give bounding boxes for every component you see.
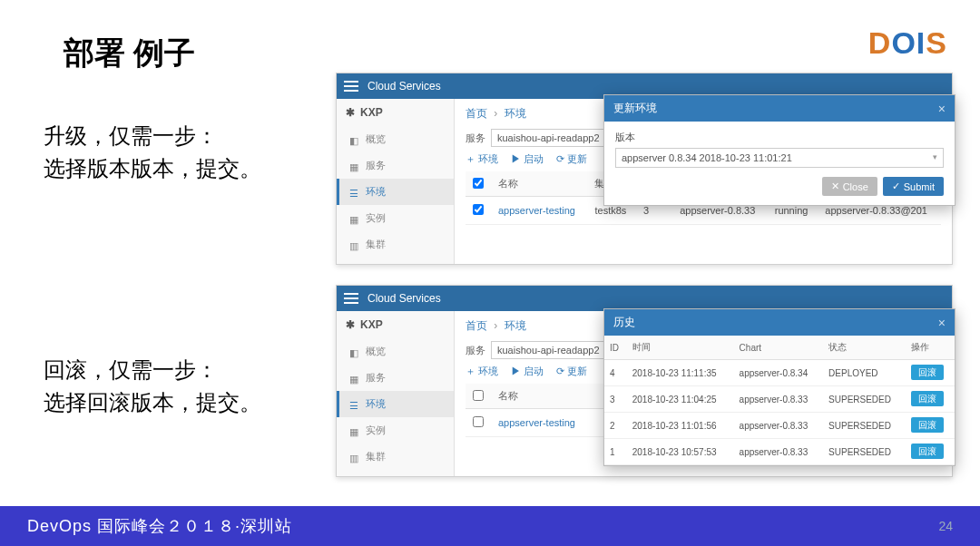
cell-chart: appserver-0.8.33	[734, 386, 823, 413]
sidebar-item-env[interactable]: ☰环境	[337, 391, 454, 417]
list-icon: ☰	[349, 400, 358, 409]
cell-status: DEPLOYED	[823, 360, 906, 386]
org-badge: ✱ KXP	[337, 99, 454, 126]
grid-icon: ▦	[349, 426, 358, 435]
breadcrumb-home[interactable]: 首页	[466, 319, 487, 332]
breadcrumb-sep: ›	[494, 107, 497, 120]
cell-time: 2018-10-23 11:11:35	[627, 360, 734, 386]
select-all-checkbox[interactable]	[473, 178, 484, 189]
refresh-button[interactable]: ⟳ 更新	[556, 152, 587, 166]
sidebar: ✱ KXP ◧概览 ▦服务 ☰环境 ▦实例 ▥集群	[337, 311, 455, 476]
menu-icon[interactable]	[344, 293, 358, 304]
service-select[interactable]: kuaishou-api-readapp2	[491, 129, 618, 147]
col-chart: Chart	[734, 336, 823, 360]
grid-icon: ▥	[349, 453, 358, 462]
caption-line: 选择版本版本，提交。	[44, 152, 261, 185]
close-button[interactable]: ✕ Close	[822, 177, 877, 196]
org-badge: ✱ KXP	[337, 311, 454, 338]
col-id: ID	[604, 336, 627, 360]
close-icon[interactable]: ×	[938, 316, 946, 330]
sidebar-item-instance[interactable]: ▦实例	[337, 205, 454, 231]
cell-name[interactable]: appserver-testing	[491, 197, 587, 225]
grid-icon: ▦	[349, 161, 358, 171]
cell-id: 4	[604, 360, 627, 386]
service-label: 服务	[466, 344, 485, 357]
history-table: ID 时间 Chart 状态 操作 42018-10-23 11:11:35ap…	[604, 336, 955, 465]
cell-chart: appserver-0.8.33	[734, 439, 823, 465]
cell-id: 3	[604, 386, 627, 413]
slide-footer: DevOps 国际峰会２０１８·深圳站 24	[0, 506, 980, 546]
rollback-button[interactable]: 回滚	[911, 391, 944, 406]
rollback-button[interactable]: 回滚	[911, 417, 944, 433]
close-icon[interactable]: ×	[938, 102, 946, 116]
caption-line: 选择回滚版本，提交。	[44, 386, 261, 419]
breadcrumb-sep: ›	[494, 319, 497, 332]
page-number: 24	[938, 519, 953, 533]
add-env-button[interactable]: ＋ 环境	[466, 365, 498, 378]
cell-time: 2018-10-23 10:57:53	[627, 439, 734, 465]
sidebar-item-service[interactable]: ▦服务	[337, 365, 454, 391]
cell-chart: appserver-0.8.34	[734, 360, 823, 386]
col-op: 操作	[906, 336, 955, 360]
version-select[interactable]: appserver 0.8.34 2018-10-23 11:01:21	[615, 148, 944, 168]
sidebar: ✱ KXP ◧概览 ▦服务 ☰环境 ▦实例 ▥集群	[337, 99, 455, 264]
sidebar-item-overview[interactable]: ◧概览	[337, 338, 454, 365]
submit-button[interactable]: ✓ Submit	[883, 177, 944, 196]
breadcrumb-env[interactable]: 环境	[505, 319, 526, 332]
sidebar-item-service[interactable]: ▦服务	[337, 152, 454, 179]
table-row: 42018-10-23 11:11:35appserver-0.8.34DEPL…	[604, 360, 955, 386]
sidebar-item-env[interactable]: ☰环境	[337, 179, 454, 205]
refresh-button[interactable]: ⟳ 更新	[556, 365, 587, 378]
dois-logo: DOIS	[868, 25, 947, 61]
table-header-row: ID 时间 Chart 状态 操作	[604, 336, 955, 360]
cell-status: SUPERSEDED	[823, 386, 906, 413]
start-button[interactable]: ▶ 启动	[511, 365, 544, 378]
row-checkbox[interactable]	[473, 416, 484, 427]
caption-line: 回滚，仅需一步：	[44, 354, 261, 386]
topbar: Cloud Services	[337, 286, 952, 311]
list-icon: ☰	[349, 188, 358, 197]
cell-status: SUPERSEDED	[823, 439, 906, 465]
breadcrumb-home[interactable]: 首页	[466, 107, 487, 120]
grid-icon: ▦	[349, 374, 358, 383]
update-env-modal: 更新环境 × 版本 appserver 0.8.34 2018-10-23 11…	[603, 94, 956, 206]
sidebar-item-overview[interactable]: ◧概览	[337, 126, 454, 152]
version-label: 版本	[615, 131, 944, 144]
cell-id: 2	[604, 413, 627, 439]
table-row: 32018-10-23 11:04:25appserver-0.8.33SUPE…	[604, 386, 955, 413]
table-row: 22018-10-23 11:01:56appserver-0.8.33SUPE…	[604, 413, 955, 439]
cell-status: SUPERSEDED	[823, 413, 906, 439]
table-row: 12018-10-23 10:57:53appserver-0.8.33SUPE…	[604, 439, 955, 465]
cell-time: 2018-10-23 11:01:56	[627, 413, 734, 439]
caption-rollback: 回滚，仅需一步： 选择回滚版本，提交。	[44, 354, 261, 419]
add-env-button[interactable]: ＋ 环境	[466, 152, 498, 166]
col-status: 状态	[823, 336, 906, 360]
start-button[interactable]: ▶ 启动	[511, 152, 544, 166]
col-time: 时间	[627, 336, 734, 360]
modal-title: 更新环境	[613, 101, 657, 116]
rollback-button[interactable]: 回滚	[911, 365, 944, 380]
footer-text: DevOps 国际峰会２０１８·深圳站	[27, 515, 292, 537]
sidebar-item-cluster[interactable]: ▥集群	[337, 444, 454, 470]
sidebar-item-instance[interactable]: ▦实例	[337, 417, 454, 444]
row-checkbox[interactable]	[473, 204, 484, 215]
app-brand: Cloud Services	[368, 292, 441, 305]
modal-title: 历史	[613, 315, 635, 330]
app-brand: Cloud Services	[368, 80, 441, 93]
service-label: 服务	[466, 132, 485, 145]
dashboard-icon: ◧	[349, 347, 358, 356]
service-select[interactable]: kuaishou-api-readapp2	[491, 341, 618, 359]
caption-line: 升级，仅需一步：	[44, 120, 261, 152]
history-modal: 历史 × ID 时间 Chart 状态 操作 42018-10-23 11:11…	[603, 308, 956, 466]
rollback-button[interactable]: 回滚	[911, 444, 944, 459]
cell-chart: appserver-0.8.33	[734, 413, 823, 439]
slide-title: 部署 例子	[64, 33, 195, 74]
breadcrumb-env[interactable]: 环境	[505, 107, 526, 120]
col-name: 名称	[491, 171, 587, 197]
select-all-checkbox[interactable]	[473, 390, 484, 401]
menu-icon[interactable]	[344, 81, 358, 92]
dashboard-icon: ◧	[349, 135, 358, 144]
caption-upgrade: 升级，仅需一步： 选择版本版本，提交。	[44, 120, 261, 185]
sidebar-item-cluster[interactable]: ▥集群	[337, 231, 454, 258]
cell-id: 1	[604, 439, 627, 465]
